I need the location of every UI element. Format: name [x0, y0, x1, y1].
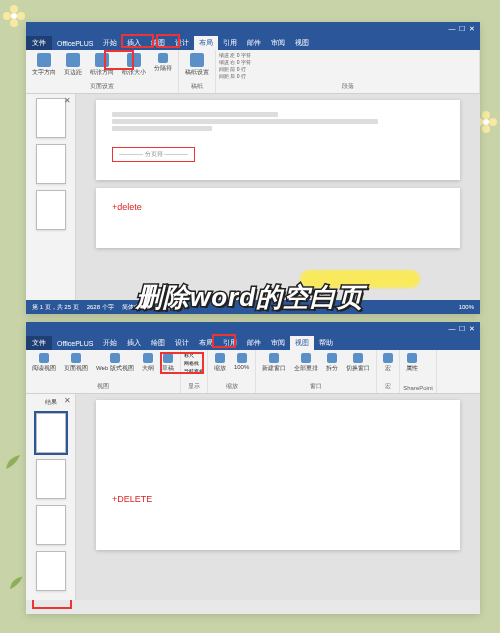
page-thumbnail[interactable] [36, 144, 66, 184]
text-direction-button[interactable]: 文字方向 [29, 52, 59, 78]
group-label: SharePoint [403, 385, 433, 391]
tab-review[interactable]: 审阅 [266, 336, 290, 350]
tab-file[interactable]: 文件 [26, 36, 52, 50]
tab-view[interactable]: 视图 [290, 36, 314, 50]
btn-label: 拆分 [326, 364, 338, 373]
minimize-icon[interactable]: — [448, 325, 456, 333]
btn-label: 页边距 [64, 68, 82, 77]
arrange-all-button[interactable]: 全部重排 [291, 352, 321, 374]
draft-button[interactable]: 草稿 [159, 352, 177, 374]
btn-label: 新建窗口 [262, 364, 286, 373]
btn-label: 缩放 [214, 364, 226, 373]
tab-mailings[interactable]: 邮件 [242, 336, 266, 350]
ruler-checkbox[interactable]: 标尺 [184, 352, 204, 358]
page-thumbnail[interactable] [36, 190, 66, 230]
svg-point-6 [482, 111, 490, 119]
document-editor[interactable]: ———— 分页符 ———— +delete [76, 94, 480, 300]
maximize-icon[interactable]: ☐ [458, 325, 466, 333]
tab-file[interactable]: 文件 [26, 336, 52, 350]
group-label: 稿纸 [182, 82, 212, 91]
space-after-field[interactable]: 间距 后 0 行 [219, 73, 476, 79]
workspace: ✕ 结果 +DELETE [26, 394, 480, 600]
group-label: 宏 [380, 382, 396, 391]
tab-insert[interactable]: 插入 [122, 36, 146, 50]
tab-layout[interactable]: 布局 [194, 36, 218, 50]
outline-button[interactable]: 大纲 [139, 352, 157, 374]
document-page[interactable]: ———— 分页符 ———— [96, 100, 460, 180]
page-thumbnail[interactable] [36, 98, 66, 138]
document-page[interactable]: +delete [96, 188, 460, 248]
ribbon-group-manuscript: 稿纸设置 稿纸 [179, 50, 216, 93]
tutorial-title: 删除word的空白页 [136, 280, 364, 315]
maximize-icon[interactable]: ☐ [458, 25, 466, 33]
tab-mailings[interactable]: 邮件 [242, 36, 266, 50]
tab-layout[interactable]: 布局 [194, 336, 218, 350]
properties-button[interactable]: 属性 [403, 352, 421, 374]
ribbon-group-window: 新建窗口 全部重排 拆分 切换窗口 窗口 [256, 350, 377, 393]
word-count: 2628 个字 [87, 303, 114, 312]
close-icon[interactable]: ✕ [468, 325, 476, 333]
gridlines-checkbox[interactable]: 网格线 [184, 360, 204, 366]
group-label: 段落 [219, 82, 476, 91]
zoom-100-button[interactable]: 100% [231, 352, 252, 374]
tab-references[interactable]: 引用 [218, 36, 242, 50]
ribbon-tabs: 文件 OfficePLUS 开始 插入 绘图 设计 布局 引用 邮件 审阅 视图 [26, 36, 480, 50]
close-pane-icon[interactable]: ✕ [64, 396, 71, 405]
tab-draw[interactable]: 绘图 [146, 336, 170, 350]
switch-window-button[interactable]: 切换窗口 [343, 352, 373, 374]
page-thumbnail[interactable] [36, 459, 66, 499]
tab-draw[interactable]: 绘图 [146, 36, 170, 50]
tab-home[interactable]: 开始 [98, 36, 122, 50]
tab-help[interactable]: 帮助 [314, 336, 338, 350]
tab-officeplus[interactable]: OfficePLUS [52, 336, 98, 350]
tab-review[interactable]: 审阅 [266, 36, 290, 50]
delete-instruction: +DELETE [112, 494, 444, 504]
page-count: 第 1 页，共 25 页 [32, 303, 79, 312]
new-window-button[interactable]: 新建窗口 [259, 352, 289, 374]
nav-section-label[interactable]: 结果 [45, 398, 57, 407]
manuscript-button[interactable]: 稿纸设置 [182, 52, 212, 78]
page-thumbnail[interactable] [36, 413, 66, 453]
btn-label: 100% [234, 364, 249, 370]
read-view-button[interactable]: 阅读视图 [29, 352, 59, 374]
tab-design[interactable]: 设计 [170, 36, 194, 50]
document-editor[interactable]: +DELETE [76, 394, 480, 600]
delete-instruction: +delete [112, 202, 444, 212]
tab-officeplus[interactable]: OfficePLUS [52, 36, 98, 50]
split-button[interactable]: 拆分 [323, 352, 341, 374]
page-thumbnail[interactable] [36, 505, 66, 545]
size-button[interactable]: 纸张大小 [119, 52, 149, 78]
svg-point-5 [483, 119, 489, 125]
tab-home[interactable]: 开始 [98, 336, 122, 350]
tab-view[interactable]: 视图 [290, 336, 314, 350]
orientation-button[interactable]: 纸张方向 [87, 52, 117, 78]
web-layout-button[interactable]: Web 版式视图 [93, 352, 137, 374]
tab-references[interactable]: 引用 [218, 336, 242, 350]
page-thumbnail[interactable] [36, 551, 66, 591]
zoom-button[interactable]: 缩放 [211, 352, 229, 374]
close-pane-icon[interactable]: ✕ [64, 96, 71, 105]
btn-label: 属性 [406, 364, 418, 373]
margins-button[interactable]: 页边距 [61, 52, 85, 78]
breaks-button[interactable]: 分隔符 [151, 52, 175, 78]
tab-insert[interactable]: 插入 [122, 336, 146, 350]
navigation-pane: ✕ 结果 [26, 394, 76, 600]
indent-right-field[interactable]: 缩进 右 0 字符 [219, 59, 476, 65]
macros-button[interactable]: 宏 [380, 352, 396, 374]
ribbon-layout: 文字方向 页边距 纸张方向 纸张大小 分隔符 页面设置 稿纸设置 稿纸 缩进 左… [26, 50, 480, 94]
space-before-field[interactable]: 间距 前 0 行 [219, 66, 476, 72]
ribbon-group-show: 标尺 网格线 导航窗格 显示 [181, 350, 208, 393]
group-label: 页面设置 [29, 82, 175, 91]
ribbon-tabs: 文件 OfficePLUS 开始 插入 绘图 设计 布局 引用 邮件 审阅 视图… [26, 336, 480, 350]
document-page[interactable]: +DELETE [96, 400, 460, 550]
btn-label: 全部重排 [294, 364, 318, 373]
navpane-checkbox[interactable]: 导航窗格 [184, 368, 204, 374]
close-icon[interactable]: ✕ [468, 25, 476, 33]
minimize-icon[interactable]: — [448, 25, 456, 33]
svg-point-4 [3, 12, 11, 20]
btn-label: 大纲 [142, 364, 154, 373]
indent-left-field[interactable]: 缩进 左 0 字符 [219, 52, 476, 58]
tab-design[interactable]: 设计 [170, 336, 194, 350]
zoom-level[interactable]: 100% [459, 304, 474, 310]
print-layout-button[interactable]: 页面视图 [61, 352, 91, 374]
